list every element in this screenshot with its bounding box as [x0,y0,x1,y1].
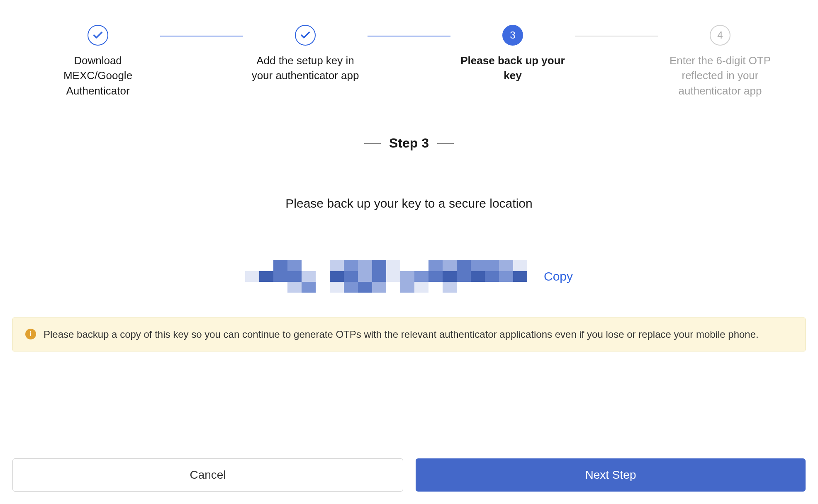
step-4: 4 Enter the 6-digit OTP reflected in you… [658,25,782,98]
check-icon [299,29,311,41]
info-icon: i [25,329,36,339]
step-4-label: Enter the 6-digit OTP reflected in your … [662,53,778,98]
step-connector-3 [575,36,658,36]
instruction-text: Please back up your key to a secure loca… [12,196,806,211]
step-2: Add the setup key in your authenticator … [243,25,368,83]
warning-text: Please backup a copy of this key so you … [44,327,759,342]
step-1-label: Download MEXC/Google Authenticator [40,53,156,98]
step-heading: Step 3 [389,136,429,151]
step-1: Download MEXC/Google Authenticator [36,25,160,98]
step-1-circle [88,25,108,46]
step-2-label: Add the setup key in your authenticator … [247,53,363,83]
key-row: Copy [12,260,806,293]
step-heading-wrap: Step 3 [12,136,806,151]
step-3: 3 Please back up your key [450,25,575,83]
step-2-circle [295,25,316,46]
stepper: Download MEXC/Google Authenticator Add t… [12,25,806,98]
button-row: Cancel Next Step [12,458,806,492]
heading-line-right [437,143,454,144]
secret-key-blurred [245,260,527,293]
step-4-circle: 4 [710,25,730,46]
step-3-label: Please back up your key [455,53,571,83]
step-connector-1 [160,36,243,36]
copy-button[interactable]: Copy [544,269,573,284]
step-connector-2 [368,36,450,36]
heading-line-left [364,143,381,144]
next-step-button[interactable]: Next Step [416,458,806,492]
cancel-button[interactable]: Cancel [12,458,403,492]
check-icon [92,29,104,41]
step-3-circle: 3 [502,25,523,46]
warning-banner: i Please backup a copy of this key so yo… [12,317,806,351]
